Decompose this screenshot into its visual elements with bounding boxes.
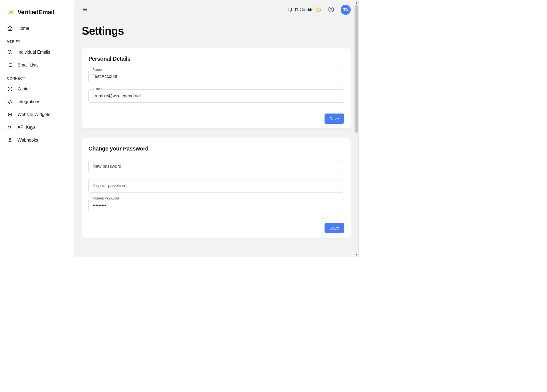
svg-point-5: [8, 65, 8, 65]
sidebar: VerifiedEmail Home VERIFY Individual Ema…: [0, 0, 74, 257]
help-button[interactable]: [328, 6, 335, 13]
main: 1,001 Credits TA Settings Pe: [74, 0, 358, 257]
menu-toggle-button[interactable]: [82, 6, 88, 13]
page-title: Settings: [82, 19, 351, 48]
personal-details-card: Personal Details Name E-mail Save: [82, 48, 351, 128]
current-password-input[interactable]: [88, 199, 344, 212]
credits-button[interactable]: 1,001 Credits: [288, 7, 322, 13]
personal-details-footer: Save: [82, 109, 351, 128]
email-input[interactable]: [88, 89, 344, 103]
sidebar-item-email-lists[interactable]: Email Lists: [4, 59, 70, 72]
svg-line-7: [9, 100, 10, 103]
brand-mark-icon: [7, 8, 15, 16]
piggy-bank-icon: [316, 7, 322, 13]
sidebar-item-integrations[interactable]: Integrations: [4, 95, 70, 108]
new-password-input[interactable]: [88, 160, 344, 173]
sidebar-item-webhooks[interactable]: Webhooks: [4, 134, 70, 147]
svg-point-9: [10, 114, 11, 115]
content-scroll[interactable]: Settings Personal Details Name E-mail Sa…: [74, 19, 358, 257]
sidebar-item-label: Email Lists: [18, 63, 39, 68]
sidebar-item-label: Integrations: [18, 99, 40, 104]
avatar-initials: TA: [343, 8, 348, 12]
sidebar-item-zapier[interactable]: Zapier: [4, 83, 70, 95]
repeat-password-input[interactable]: [88, 179, 344, 193]
scroll-down-icon: ▼: [354, 252, 359, 257]
help-circle-icon: [328, 6, 334, 13]
hamburger-icon: [82, 6, 88, 13]
sidebar-item-label: Zapier: [18, 87, 30, 92]
sidebar-item-website-widgets[interactable]: Website Widgets: [4, 108, 70, 121]
name-input[interactable]: [88, 70, 344, 83]
api-icon: API: [7, 124, 13, 130]
sidebar-item-label: Webhooks: [18, 138, 38, 143]
password-save-button[interactable]: Save: [325, 223, 344, 233]
svg-point-6: [8, 66, 8, 67]
scroll-up-icon: ▲: [354, 0, 359, 5]
vertical-scrollbar[interactable]: ▲ ▼: [354, 0, 358, 257]
brand-logo[interactable]: VerifiedEmail: [4, 6, 70, 22]
change-password-heading: Change your Password: [88, 146, 344, 152]
name-label: Name: [92, 68, 103, 72]
code-icon: [7, 99, 13, 105]
svg-point-18: [331, 11, 331, 11]
sidebar-section-verify: VERIFY: [4, 35, 70, 46]
change-password-card: Change your Password Current Password Sa…: [82, 138, 351, 238]
new-password-field-wrapper: [88, 160, 344, 173]
sidebar-section-connect: CONNECT: [4, 72, 70, 83]
sidebar-item-label: API Keys: [18, 125, 36, 130]
list-icon: [7, 62, 13, 68]
current-password-field-wrapper: Current Password: [88, 199, 344, 212]
braces-icon: [7, 112, 13, 118]
sidebar-item-label: Individual Emails: [18, 50, 50, 55]
repeat-password-field-wrapper: [88, 179, 344, 193]
email-field-wrapper: E-mail: [88, 89, 344, 103]
svg-point-4: [8, 64, 8, 64]
user-avatar[interactable]: TA: [341, 5, 351, 15]
email-label: E-mail: [92, 87, 103, 91]
brand-name: VerifiedEmail: [18, 9, 54, 16]
webhook-icon: [7, 137, 13, 143]
current-password-label: Current Password: [92, 196, 120, 200]
sidebar-item-label: Website Widgets: [18, 112, 50, 117]
zapier-icon: [7, 86, 13, 92]
home-icon: [7, 25, 13, 31]
personal-save-button[interactable]: Save: [325, 114, 344, 124]
search-check-icon: [7, 49, 13, 55]
personal-details-heading: Personal Details: [88, 56, 344, 62]
sidebar-item-api-keys[interactable]: API API Keys: [4, 121, 70, 134]
sidebar-item-label: Home: [18, 26, 29, 31]
scroll-thumb[interactable]: [355, 5, 358, 133]
sidebar-item-individual-emails[interactable]: Individual Emails: [4, 46, 70, 59]
svg-point-8: [9, 114, 10, 115]
change-password-footer: Save: [82, 218, 351, 238]
topbar: 1,001 Credits TA: [74, 0, 358, 19]
sidebar-item-home[interactable]: Home: [4, 22, 70, 35]
name-field-wrapper: Name: [88, 70, 344, 83]
svg-point-16: [319, 9, 320, 9]
credits-text: 1,001 Credits: [288, 7, 313, 12]
